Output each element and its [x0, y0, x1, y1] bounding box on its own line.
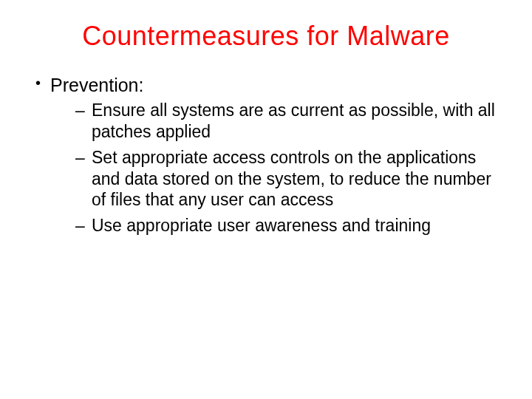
sub-bullet-item: Set appropriate access controls on the a… — [50, 147, 502, 211]
sub-bullet-item: Use appropriate user awareness and train… — [50, 215, 502, 236]
slide-title: Countermeasures for Malware — [30, 21, 502, 52]
sub-bullet-list: Ensure all systems are as current as pos… — [50, 100, 502, 236]
sub-bullet-item: Ensure all systems are as current as pos… — [50, 100, 502, 143]
bullet-text: Prevention: — [50, 75, 143, 95]
main-bullet-list: Prevention: Ensure all systems are as cu… — [30, 74, 502, 236]
bullet-item: Prevention: Ensure all systems are as cu… — [30, 74, 502, 236]
